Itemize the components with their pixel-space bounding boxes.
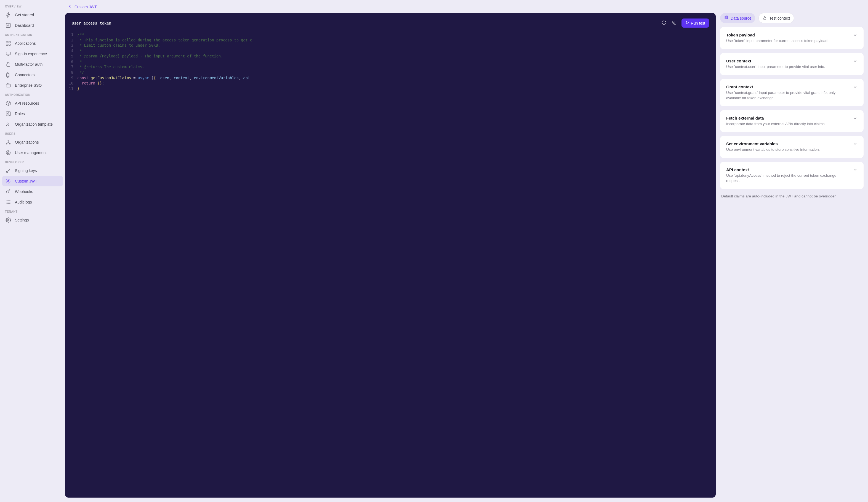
card-desc: Incorporate data from your external APIs… (726, 121, 826, 127)
run-test-button[interactable]: Run test (682, 19, 709, 28)
play-icon (685, 21, 689, 26)
svg-point-10 (7, 123, 8, 124)
settings-icon (6, 178, 11, 184)
chevron-down-icon (852, 116, 858, 121)
code-content: /** * This function is called during the… (77, 32, 716, 496)
sidebar-item-organizations[interactable]: Organizations (2, 137, 63, 148)
sidebar-item-user-management[interactable]: User management (2, 148, 63, 158)
gear-icon (6, 217, 11, 223)
svg-point-18 (8, 181, 9, 182)
list-icon (6, 199, 11, 205)
sidebar-item-webhooks[interactable]: Webhooks (2, 187, 63, 197)
sidebar-item-label: Sign-in experience (15, 52, 47, 56)
sidebar-item-organization-template[interactable]: Organization template (2, 119, 63, 130)
svg-point-11 (9, 124, 10, 125)
editor-actions: Run test (661, 19, 709, 28)
zap-icon (6, 12, 11, 18)
refresh-button[interactable] (661, 20, 667, 27)
sidebar-item-api-resources[interactable]: API resources (2, 98, 63, 109)
tab-test-context-label: Test context (769, 16, 790, 20)
sidebar-item-label: Settings (15, 218, 29, 222)
card-set-environment-variables[interactable]: Set environment variables Use environmen… (720, 136, 864, 158)
database-icon (724, 16, 728, 21)
sidebar-item-label: Organizations (15, 140, 39, 144)
tab-test-context[interactable]: Test context (758, 13, 794, 23)
monitor-icon (6, 51, 11, 57)
sidebar-item-multi-factor-auth[interactable]: Multi-factor auth (2, 59, 63, 70)
cards-list: Token payload Use `token` input paramete… (720, 27, 864, 189)
breadcrumb-link[interactable]: Custom JWT (74, 5, 97, 9)
sidebar-item-sign-in-experience[interactable]: Sign-in experience (2, 49, 63, 59)
sidebar-item-label: Custom JWT (15, 179, 37, 183)
card-grant-context[interactable]: Grant context Use `context.grant` input … (720, 79, 864, 106)
section-header: USERS (2, 130, 63, 137)
sidebar-item-label: API resources (15, 101, 39, 106)
sidebar-item-applications[interactable]: Applications (2, 38, 63, 49)
svg-point-12 (8, 140, 9, 141)
sidebar-item-enterprise-sso[interactable]: Enterprise SSO (2, 80, 63, 91)
breadcrumb[interactable]: Custom JWT (65, 0, 864, 13)
svg-marker-23 (686, 21, 689, 24)
network-icon (6, 139, 11, 145)
sidebar-item-dashboard[interactable]: Dashboard (2, 20, 63, 31)
card-token-payload[interactable]: Token payload Use `token` input paramete… (720, 27, 864, 49)
chevron-down-icon (852, 141, 858, 147)
sidebar-item-label: Multi-factor auth (15, 62, 42, 67)
main: Custom JWT User access token (65, 0, 868, 502)
card-fetch-external-data[interactable]: Fetch external data Incorporate data fro… (720, 110, 864, 132)
svg-rect-6 (7, 64, 10, 66)
sidebar-item-label: Organization template (15, 122, 53, 127)
sidebar-item-label: Roles (15, 112, 25, 116)
sidebar-item-label: Connectors (15, 73, 35, 77)
editor-title: User access token (72, 21, 111, 26)
lock-icon (6, 62, 11, 67)
card-desc: Use `token` input parameter for current … (726, 38, 828, 44)
flask-icon (763, 16, 767, 21)
cube-icon (6, 101, 11, 106)
card-desc: Use `api.denyAccess` method to reject th… (726, 173, 847, 184)
code-editor[interactable]: 1234567891011 /** * This function is cal… (65, 30, 716, 498)
copy-button[interactable] (671, 20, 678, 27)
grid-icon (6, 41, 11, 46)
svg-rect-4 (9, 44, 10, 46)
tab-data-source[interactable]: Data source (720, 13, 755, 23)
sidebar-item-signing-keys[interactable]: Signing keys (2, 165, 63, 176)
sidebar-item-roles[interactable]: Roles (2, 109, 63, 119)
sidebar-item-audit-logs[interactable]: Audit logs (2, 197, 63, 207)
card-desc: Use environment variables to store sensi… (726, 147, 820, 152)
sidebar-item-label: Dashboard (15, 23, 34, 28)
key-icon (6, 168, 11, 173)
sidebar-item-settings[interactable]: Settings (2, 215, 63, 225)
user-square-icon (6, 111, 11, 117)
hook-icon (6, 189, 11, 194)
svg-rect-5 (6, 52, 10, 55)
card-title: API context (726, 167, 847, 172)
sidebar-item-custom-jwt[interactable]: Custom JWT (2, 176, 63, 187)
section-header: DEVELOPER (2, 158, 63, 165)
sidebar-item-label: Enterprise SSO (15, 83, 42, 88)
svg-rect-8 (6, 112, 10, 116)
svg-point-9 (8, 113, 9, 114)
card-user-context[interactable]: User context Use `context.user` input pa… (720, 53, 864, 75)
sidebar-item-label: Applications (15, 41, 36, 46)
bar-chart-icon (6, 23, 11, 28)
briefcase-icon (6, 82, 11, 88)
svg-rect-1 (6, 41, 8, 43)
sidebar-item-get-started[interactable]: Get started (2, 10, 63, 20)
footnote: Default claims are auto-included in the … (720, 193, 864, 199)
users-circle-icon (6, 121, 11, 127)
card-title: User context (726, 59, 825, 63)
card-api-context[interactable]: API context Use `api.denyAccess` method … (720, 162, 864, 189)
chevron-left-icon (67, 4, 72, 10)
editor-pane: User access token (65, 13, 716, 498)
sidebar-item-label: Signing keys (15, 169, 37, 173)
card-desc: Use `context.user` input parameter to pr… (726, 64, 825, 70)
sidebar-item-connectors[interactable]: Connectors (2, 70, 63, 80)
tab-data-source-label: Data source (731, 16, 751, 20)
sidebar-item-label: User management (15, 150, 46, 155)
content: User access token (65, 13, 864, 498)
chevron-down-icon (852, 33, 858, 38)
svg-point-20 (8, 220, 9, 221)
section-header: OVERVIEW (2, 2, 63, 10)
sidebar-item-label: Get started (15, 13, 34, 17)
